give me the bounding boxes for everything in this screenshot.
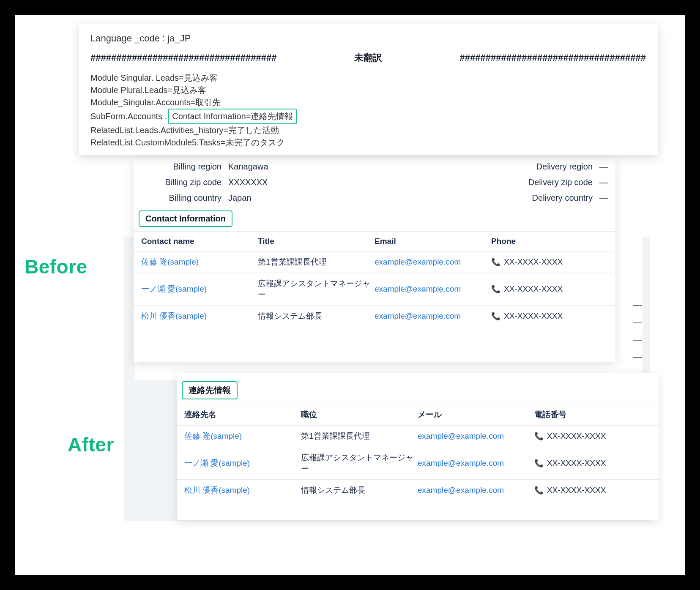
dash: — xyxy=(633,300,642,310)
contact-name-link[interactable]: 佐藤 隆(sample) xyxy=(184,431,301,442)
contact-email-link[interactable]: example@example.com xyxy=(418,459,534,468)
code-header: #################################### 未翻訳… xyxy=(90,52,646,64)
contact-title: 広報課アシスタントマネージャー xyxy=(301,452,418,474)
code-line: SubForm.Accounts . Contact Information=連… xyxy=(90,109,646,124)
table-row: 松川 優香(sample) 情報システム部長 example@example.c… xyxy=(177,480,659,501)
phone-icon: 📞 xyxy=(491,284,500,294)
field-label: Billing zip code xyxy=(141,178,221,187)
field-row: Delivery zip code — xyxy=(528,178,608,187)
contact-title: 情報システム部長 xyxy=(301,485,418,496)
contact-phone: 📞 XX-XXXX-XXXX xyxy=(534,459,651,468)
table-row: 佐藤 隆(sample) 第1営業課課長代理 example@example.c… xyxy=(177,426,659,447)
stage: Before After — — — — — Billing region Ka… xyxy=(0,0,700,590)
lang-code-line: Language _code : ja_JP xyxy=(90,33,646,44)
phone-number: XX-XXXX-XXXX xyxy=(504,311,563,321)
trailing-dashes: — — — — — xyxy=(633,300,642,379)
code-line: RelatedList.Leads.Activities_history=完了し… xyxy=(90,124,646,137)
contact-name-link[interactable]: 一ノ瀬 愛(sample) xyxy=(141,284,258,295)
contact-name-link[interactable]: 佐藤 隆(sample) xyxy=(141,257,258,268)
contact-name-link[interactable]: 松川 優香(sample) xyxy=(184,485,301,496)
hashes-left: #################################### xyxy=(90,52,276,63)
contact-email-link[interactable]: example@example.com xyxy=(375,311,491,321)
highlighted-translation: Contact Information=連絡先情報 xyxy=(168,109,297,124)
code-lines: Module Singular. Leads=見込み客 Module Plura… xyxy=(90,72,646,149)
phone-number: XX-XXXX-XXXX xyxy=(504,257,563,267)
before-panel: Billing region Kanagawa Billing zip code… xyxy=(134,158,615,362)
code-line: RelatedList.CustomModule5.Tasks=未完了のタスク xyxy=(90,137,646,149)
phone-icon: 📞 xyxy=(491,311,500,321)
phone-icon: 📞 xyxy=(534,459,544,468)
section-title-after: 連絡先情報 xyxy=(182,381,238,399)
billing-left: Billing region Kanagawa Billing zip code… xyxy=(141,162,268,203)
table-row: 一ノ瀬 愛(sample) 広報課アシスタントマネージャー example@ex… xyxy=(134,273,615,306)
code-line: Module Plural.Leads=見込み客 xyxy=(90,84,646,96)
field-value: — xyxy=(599,178,608,187)
phone-icon: 📞 xyxy=(534,432,544,441)
field-value: Japan xyxy=(228,193,252,203)
col-title: 職位 xyxy=(301,409,418,420)
contact-title: 第1営業課課長代理 xyxy=(258,257,375,268)
col-name: 連絡先名 xyxy=(184,409,301,420)
phone-number: XX-XXXX-XXXX xyxy=(547,459,606,468)
contact-email-link[interactable]: example@example.com xyxy=(375,257,491,267)
contact-phone: 📞 XX-XXXX-XXXX xyxy=(534,486,651,495)
field-row: Delivery country — xyxy=(528,193,608,203)
col-email: メール xyxy=(418,409,534,420)
delivery-right: Delivery region — Delivery zip code — De… xyxy=(528,162,608,203)
code-line: Module_Singular.Accounts=取引先 xyxy=(90,96,646,109)
billing-fields: Billing region Kanagawa Billing zip code… xyxy=(134,158,615,203)
label-before: Before xyxy=(25,255,88,278)
hashes-right: #################################### xyxy=(460,52,646,63)
code-line-prefix: SubForm.Accounts . xyxy=(90,110,167,123)
contact-title: 情報システム部長 xyxy=(258,311,375,322)
contact-email-link[interactable]: example@example.com xyxy=(375,284,491,294)
field-value: — xyxy=(599,162,608,172)
field-row: Delivery region — xyxy=(528,162,608,172)
contact-email-link[interactable]: example@example.com xyxy=(418,432,534,441)
col-phone: Phone xyxy=(491,237,608,246)
table-row: 佐藤 隆(sample) 第1営業課課長代理 example@example.c… xyxy=(134,251,615,273)
label-after: After xyxy=(68,433,114,456)
contact-table-after: 連絡先名 職位 メール 電話番号 佐藤 隆(sample) 第1営業課課長代理 … xyxy=(177,404,659,501)
contact-email-link[interactable]: example@example.com xyxy=(418,486,534,495)
untranslated-label: 未翻訳 xyxy=(354,52,382,64)
dash: — xyxy=(633,352,642,362)
contact-phone: 📞 XX-XXXX-XXXX xyxy=(491,284,608,294)
field-value: XXXXXXX xyxy=(228,178,268,187)
field-row: Billing region Kanagawa xyxy=(141,162,268,172)
field-label: Delivery region xyxy=(536,162,593,172)
col-phone: 電話番号 xyxy=(534,409,651,420)
contact-phone: 📞 XX-XXXX-XXXX xyxy=(491,257,608,267)
contact-title: 広報課アシスタントマネージャー xyxy=(258,278,375,300)
field-label: Billing country xyxy=(141,193,221,203)
code-line: Module Singular. Leads=見込み客 xyxy=(90,72,646,84)
field-row: Billing country Japan xyxy=(141,193,268,203)
table-header: Contact name Title Email Phone xyxy=(134,231,615,251)
field-row: Billing zip code XXXXXXX xyxy=(141,178,268,187)
phone-number: XX-XXXX-XXXX xyxy=(547,432,606,441)
dash: — xyxy=(633,335,642,344)
contact-phone: 📞 XX-XXXX-XXXX xyxy=(534,432,651,441)
contact-name-link[interactable]: 一ノ瀬 愛(sample) xyxy=(184,458,301,469)
field-value: — xyxy=(599,193,608,203)
code-card: Language _code : ja_JP #################… xyxy=(79,24,658,155)
table-row: 一ノ瀬 愛(sample) 広報課アシスタントマネージャー example@ex… xyxy=(177,447,659,480)
phone-number: XX-XXXX-XXXX xyxy=(547,486,606,495)
col-name: Contact name xyxy=(141,237,258,246)
table-header: 連絡先名 職位 メール 電話番号 xyxy=(177,404,659,426)
contact-phone: 📞 XX-XXXX-XXXX xyxy=(491,311,608,321)
field-value: Kanagawa xyxy=(228,162,268,172)
contact-title: 第1営業課課長代理 xyxy=(301,431,418,442)
contact-name-link[interactable]: 松川 優香(sample) xyxy=(141,311,258,322)
phone-icon: 📞 xyxy=(491,257,500,267)
after-panel: 連絡先情報 連絡先名 職位 メール 電話番号 佐藤 隆(sample) 第1営業… xyxy=(177,373,659,520)
col-title: Title xyxy=(258,237,375,246)
section-title-before: Contact Information xyxy=(139,210,232,227)
field-label: Delivery country xyxy=(532,193,593,203)
phone-icon: 📞 xyxy=(534,486,544,495)
dash: — xyxy=(633,317,642,327)
field-label: Delivery zip code xyxy=(528,178,593,187)
col-email: Email xyxy=(375,237,491,246)
phone-number: XX-XXXX-XXXX xyxy=(504,284,563,294)
table-row: 松川 優香(sample) 情報システム部長 example@example.c… xyxy=(134,306,615,327)
